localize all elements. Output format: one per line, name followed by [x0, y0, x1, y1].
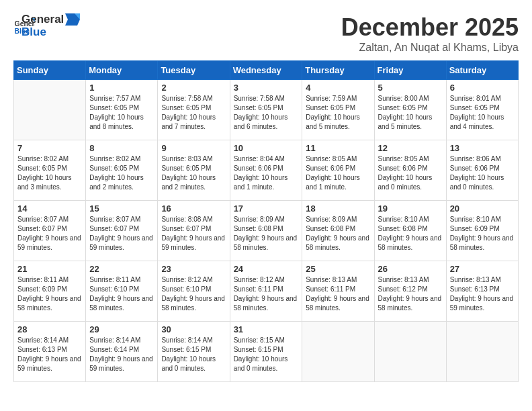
- day-info: Sunrise: 8:13 AMSunset: 6:13 PMDaylight:…: [450, 275, 515, 313]
- day-number: 30: [161, 324, 226, 334]
- calendar-cell: 22Sunrise: 8:11 AMSunset: 6:10 PMDayligh…: [86, 261, 158, 322]
- logo: General Blue General Blue: [13, 13, 80, 38]
- day-number: 27: [450, 264, 515, 274]
- day-number: 21: [17, 264, 82, 274]
- day-number: 15: [89, 203, 154, 214]
- day-info: Sunrise: 8:12 AMSunset: 6:10 PMDaylight:…: [161, 275, 226, 313]
- day-number: 8: [89, 143, 154, 153]
- day-info: Sunrise: 8:02 AMSunset: 6:05 PMDaylight:…: [17, 154, 82, 192]
- day-info: Sunrise: 8:13 AMSunset: 6:11 PMDaylight:…: [306, 275, 370, 313]
- day-info: Sunrise: 8:14 AMSunset: 6:13 PMDaylight:…: [17, 336, 82, 373]
- logo-general-text: General: [21, 13, 80, 26]
- calendar-week-row: 1Sunrise: 7:57 AMSunset: 6:05 PMDaylight…: [14, 80, 519, 140]
- calendar-cell: 13Sunrise: 8:06 AMSunset: 6:06 PMDayligh…: [446, 140, 518, 201]
- calendar-cell: 21Sunrise: 8:11 AMSunset: 6:09 PMDayligh…: [14, 261, 86, 322]
- day-info: Sunrise: 8:06 AMSunset: 6:06 PMDaylight:…: [450, 154, 515, 192]
- calendar-cell: 11Sunrise: 8:05 AMSunset: 6:06 PMDayligh…: [302, 140, 374, 201]
- day-info: Sunrise: 8:05 AMSunset: 6:06 PMDaylight:…: [378, 154, 443, 192]
- day-info: Sunrise: 8:05 AMSunset: 6:06 PMDaylight:…: [306, 154, 370, 192]
- month-title: December 2025: [341, 13, 519, 42]
- calendar-cell: [14, 80, 86, 140]
- calendar-cell: 23Sunrise: 8:12 AMSunset: 6:10 PMDayligh…: [158, 261, 230, 322]
- calendar-week-row: 7Sunrise: 8:02 AMSunset: 6:05 PMDaylight…: [14, 140, 519, 201]
- day-number: 16: [161, 203, 226, 214]
- weekday-header-saturday: Saturday: [446, 61, 518, 80]
- day-number: 18: [306, 203, 370, 214]
- day-number: 1: [89, 83, 154, 93]
- day-number: 10: [234, 143, 299, 153]
- calendar-cell: 19Sunrise: 8:10 AMSunset: 6:08 PMDayligh…: [374, 201, 446, 261]
- day-number: 5: [378, 83, 443, 93]
- calendar-cell: 15Sunrise: 8:07 AMSunset: 6:07 PMDayligh…: [86, 201, 158, 261]
- day-number: 13: [450, 143, 515, 153]
- day-info: Sunrise: 8:12 AMSunset: 6:11 PMDaylight:…: [234, 275, 299, 313]
- calendar-cell: 14Sunrise: 8:07 AMSunset: 6:07 PMDayligh…: [14, 201, 86, 261]
- weekday-header-monday: Monday: [86, 61, 158, 80]
- weekday-header-thursday: Thursday: [302, 61, 374, 80]
- day-info: Sunrise: 8:10 AMSunset: 6:09 PMDaylight:…: [450, 215, 515, 253]
- day-number: 31: [234, 324, 299, 334]
- calendar-week-row: 21Sunrise: 8:11 AMSunset: 6:09 PMDayligh…: [14, 261, 519, 322]
- weekday-header-friday: Friday: [374, 61, 446, 80]
- day-info: Sunrise: 8:07 AMSunset: 6:07 PMDaylight:…: [89, 215, 154, 253]
- day-number: 11: [306, 143, 370, 153]
- calendar-cell: 24Sunrise: 8:12 AMSunset: 6:11 PMDayligh…: [230, 261, 302, 322]
- day-number: 26: [378, 264, 443, 274]
- calendar-table: SundayMondayTuesdayWednesdayThursdayFrid…: [13, 60, 519, 382]
- calendar-cell: 8Sunrise: 8:02 AMSunset: 6:05 PMDaylight…: [86, 140, 158, 201]
- day-info: Sunrise: 7:58 AMSunset: 6:05 PMDaylight:…: [234, 94, 299, 132]
- day-info: Sunrise: 8:11 AMSunset: 6:09 PMDaylight:…: [17, 275, 82, 313]
- calendar-cell: 2Sunrise: 7:58 AMSunset: 6:05 PMDaylight…: [158, 80, 230, 140]
- logo-blue-text: Blue: [21, 26, 80, 39]
- day-info: Sunrise: 8:14 AMSunset: 6:15 PMDaylight:…: [161, 336, 226, 373]
- weekday-header-row: SundayMondayTuesdayWednesdayThursdayFrid…: [14, 61, 519, 80]
- day-info: Sunrise: 8:09 AMSunset: 6:08 PMDaylight:…: [234, 215, 299, 253]
- day-number: 7: [17, 143, 82, 153]
- calendar-cell: 3Sunrise: 7:58 AMSunset: 6:05 PMDaylight…: [230, 80, 302, 140]
- day-info: Sunrise: 8:07 AMSunset: 6:07 PMDaylight:…: [17, 215, 82, 253]
- day-info: Sunrise: 8:13 AMSunset: 6:12 PMDaylight:…: [378, 275, 443, 313]
- day-info: Sunrise: 8:01 AMSunset: 6:05 PMDaylight:…: [450, 94, 515, 132]
- day-number: 29: [89, 324, 154, 334]
- day-info: Sunrise: 8:04 AMSunset: 6:06 PMDaylight:…: [234, 154, 299, 192]
- day-info: Sunrise: 7:58 AMSunset: 6:05 PMDaylight:…: [161, 94, 226, 132]
- calendar-week-row: 28Sunrise: 8:14 AMSunset: 6:13 PMDayligh…: [14, 322, 519, 382]
- calendar-cell: 27Sunrise: 8:13 AMSunset: 6:13 PMDayligh…: [446, 261, 518, 322]
- day-number: 19: [378, 203, 443, 214]
- day-number: 3: [234, 83, 299, 93]
- title-area: December 2025 Zaltan, An Nuqat al Khams,…: [341, 13, 519, 54]
- calendar-cell: 5Sunrise: 8:00 AMSunset: 6:05 PMDaylight…: [374, 80, 446, 140]
- calendar-cell: 17Sunrise: 8:09 AMSunset: 6:08 PMDayligh…: [230, 201, 302, 261]
- calendar-cell: 26Sunrise: 8:13 AMSunset: 6:12 PMDayligh…: [374, 261, 446, 322]
- calendar-cell: 30Sunrise: 8:14 AMSunset: 6:15 PMDayligh…: [158, 322, 230, 382]
- page-header: General Blue General Blue December 2025 …: [13, 13, 519, 54]
- day-info: Sunrise: 8:02 AMSunset: 6:05 PMDaylight:…: [89, 154, 154, 192]
- calendar-cell: 31Sunrise: 8:15 AMSunset: 6:15 PMDayligh…: [230, 322, 302, 382]
- day-number: 9: [161, 143, 226, 153]
- day-number: 24: [234, 264, 299, 274]
- day-info: Sunrise: 7:57 AMSunset: 6:05 PMDaylight:…: [89, 94, 154, 132]
- day-number: 2: [161, 83, 226, 93]
- day-number: 4: [306, 83, 370, 93]
- day-number: 6: [450, 83, 515, 93]
- calendar-cell: 12Sunrise: 8:05 AMSunset: 6:06 PMDayligh…: [374, 140, 446, 201]
- day-info: Sunrise: 7:59 AMSunset: 6:05 PMDaylight:…: [306, 94, 370, 132]
- day-info: Sunrise: 8:00 AMSunset: 6:05 PMDaylight:…: [378, 94, 443, 132]
- day-info: Sunrise: 8:11 AMSunset: 6:10 PMDaylight:…: [89, 275, 154, 313]
- calendar-cell: 1Sunrise: 7:57 AMSunset: 6:05 PMDaylight…: [86, 80, 158, 140]
- day-info: Sunrise: 8:03 AMSunset: 6:05 PMDaylight:…: [161, 154, 226, 192]
- day-info: Sunrise: 8:15 AMSunset: 6:15 PMDaylight:…: [234, 336, 299, 373]
- calendar-cell: 6Sunrise: 8:01 AMSunset: 6:05 PMDaylight…: [446, 80, 518, 140]
- day-number: 28: [17, 324, 82, 334]
- calendar-cell: [302, 322, 374, 382]
- calendar-cell: 25Sunrise: 8:13 AMSunset: 6:11 PMDayligh…: [302, 261, 374, 322]
- day-info: Sunrise: 8:09 AMSunset: 6:08 PMDaylight:…: [306, 215, 370, 253]
- day-info: Sunrise: 8:14 AMSunset: 6:14 PMDaylight:…: [89, 336, 154, 373]
- calendar-cell: 29Sunrise: 8:14 AMSunset: 6:14 PMDayligh…: [86, 322, 158, 382]
- calendar-cell: 10Sunrise: 8:04 AMSunset: 6:06 PMDayligh…: [230, 140, 302, 201]
- calendar-cell: [374, 322, 446, 382]
- day-number: 20: [450, 203, 515, 214]
- day-number: 14: [17, 203, 82, 214]
- day-number: 17: [234, 203, 299, 214]
- weekday-header-wednesday: Wednesday: [230, 61, 302, 80]
